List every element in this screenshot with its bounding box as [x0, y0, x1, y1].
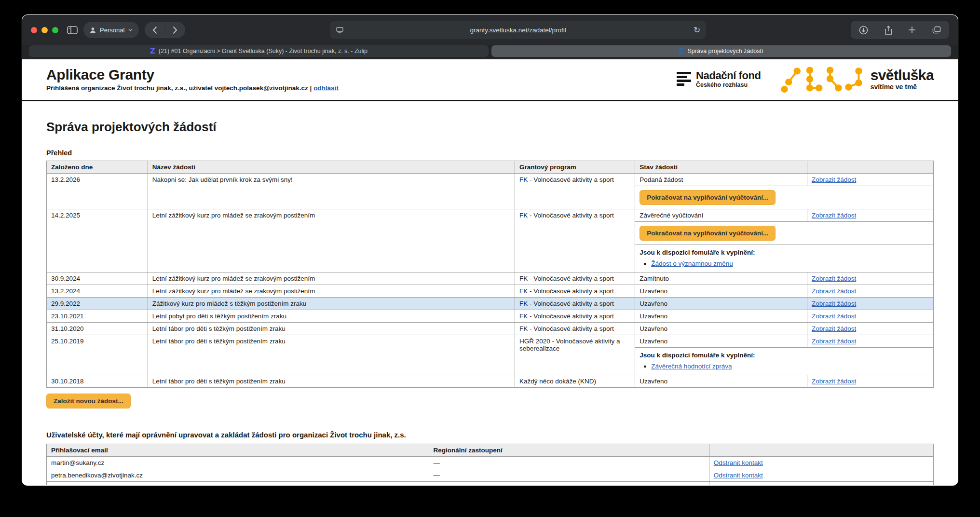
forward-button[interactable]: [173, 26, 177, 34]
request-row: 14.2.2025Letní zážitkový kurz pro mládež…: [47, 209, 934, 222]
request-forms-cell: Jsou k dispozici fomuláře k vyplnění:Žád…: [635, 245, 934, 272]
nav-buttons: [145, 22, 185, 38]
zobrazit-zadost-link[interactable]: Zobrazit žádost: [812, 275, 856, 282]
request-name-cell: Letní zážitkový kurz pro mládež se zrako…: [148, 272, 515, 285]
close-window-button[interactable]: [31, 27, 37, 33]
request-date-cell: 23.10.2021: [47, 310, 148, 323]
back-button[interactable]: [152, 26, 157, 34]
tab-label: (21) #01 Organizacni > Grant Svetluska (…: [159, 48, 368, 54]
accounts-table: Přihlašovací emailRegionální zastoupení …: [46, 444, 934, 485]
odstranit-kontakt-link[interactable]: Odstranit kontakt: [714, 472, 763, 479]
column-header: Založeno dne: [47, 161, 148, 174]
requests-table-header-row: Založeno dneNázev žádostiGrantový progra…: [47, 161, 934, 174]
account-row: petra.benedikova@zivotjinak.cz—Odstranit…: [47, 469, 934, 482]
column-header: [709, 444, 933, 457]
request-program-cell: Každý něco dokáže (KND): [515, 375, 635, 388]
continue-settlement-button[interactable]: Pokračovat na vyplňování vyúčtování...: [640, 190, 776, 205]
zobrazit-zadost-link[interactable]: Zobrazit žádost: [812, 300, 856, 307]
account-action-cell: Odstranit kontakt: [709, 457, 933, 469]
request-status-cell: Podaná žádost: [635, 174, 807, 186]
continue-settlement-button[interactable]: Pokračovat na vyplňování vyúčtování...: [640, 226, 776, 241]
request-date-cell: 13.2.2026: [47, 174, 148, 209]
svetluska-logo: světluška svítíme ve tmě: [779, 64, 934, 94]
zobrazit-zadost-link[interactable]: Zobrazit žádost: [812, 313, 856, 320]
request-row: 29.9.2022Zážitkový kurz pro mládež s těž…: [47, 298, 934, 310]
address-bar[interactable]: granty.svetluska.net/zadatel/profil ↻: [330, 21, 706, 39]
account-row: vojtech.polasek@zivotjinak.cz—: [47, 482, 934, 486]
new-tab-icon[interactable]: [908, 26, 916, 34]
request-status-cell: Uzavřeno: [635, 298, 807, 310]
request-program-cell: FK - Volnočasové aktivity a sport: [515, 298, 635, 310]
tab-overview-icon[interactable]: [932, 26, 941, 34]
request-row: 30.9.2024Letní zážitkový kurz pro mládež…: [47, 272, 934, 285]
request-action-cell: Pokračovat na vyplňování vyúčtování...: [635, 186, 934, 209]
toolbar-actions: [851, 21, 949, 39]
account-email-cell: petra.benedikova@zivotjinak.cz: [47, 469, 429, 482]
login-info: Přihlášená organizace Život trochu jinak…: [46, 84, 339, 92]
forms-available-label: Jsou k dispozici fomuláře k vyplnění:: [640, 249, 929, 256]
zobrazit-zadost-link[interactable]: Zobrazit žádost: [812, 338, 856, 345]
new-request-button[interactable]: Založit novou žádost...: [46, 394, 131, 408]
request-row: 31.10.2020Letní tábor pro děti s těžkým …: [47, 323, 934, 335]
browser-toolbar: Personal granty.svetluska.net/zadatel/pr…: [22, 15, 958, 45]
forms-list-item: Žádost o významnou změnu: [651, 260, 929, 267]
request-date-cell: 30.9.2024: [47, 272, 148, 285]
account-action-cell: Odstranit kontakt: [709, 469, 933, 482]
request-program-cell: FK - Volnočasové aktivity a sport: [515, 285, 635, 298]
zobrazit-zadost-link[interactable]: Zobrazit žádost: [812, 325, 856, 332]
traffic-lights: [31, 27, 61, 33]
odstranit-kontakt-link[interactable]: Odstranit kontakt: [714, 459, 763, 466]
request-row: 23.10.2021Letní pobyt pro děti s těžkým …: [47, 310, 934, 323]
request-action-cell: Pokračovat na vyplňování vyúčtování...: [635, 222, 934, 245]
account-email-cell: vojtech.polasek@zivotjinak.cz: [47, 482, 429, 486]
request-date-cell: 14.2.2025: [47, 209, 148, 272]
accounts-heading: Uživatelské účty, které mají oprávnění u…: [46, 431, 934, 439]
profile-switcher[interactable]: Personal: [83, 22, 139, 38]
sidebar-toggle-icon[interactable]: [67, 26, 78, 34]
request-row: 13.2.2024Letní zážitkový kurz pro mládež…: [47, 285, 934, 298]
request-forms-cell: Jsou k dispozici fomuláře k vyplnění:Záv…: [635, 348, 934, 375]
request-program-cell: FK - Volnočasové aktivity a sport: [515, 174, 635, 209]
forms-list: Žádost o významnou změnu: [651, 260, 929, 267]
request-date-cell: 31.10.2020: [47, 323, 148, 335]
request-link-cell: Zobrazit žádost: [807, 285, 933, 298]
request-link-cell: Zobrazit žádost: [807, 209, 933, 222]
request-program-cell: FK - Volnočasové aktivity a sport: [515, 310, 635, 323]
request-name-cell: Letní tábor pro děti s těžkým postižením…: [148, 335, 515, 375]
tab-sprava-zadosti[interactable]: Správa projektových žádostí: [491, 45, 951, 57]
page-title: Správa projektových žádostí: [46, 120, 934, 135]
page-format-icon[interactable]: [336, 27, 343, 33]
zobrazit-zadost-link[interactable]: Zobrazit žádost: [812, 287, 856, 295]
request-link-cell: Zobrazit žádost: [807, 272, 933, 285]
person-icon: [90, 27, 96, 33]
request-name-cell: Letní tábor pro děti s těžkým postižením…: [148, 375, 515, 388]
reload-icon[interactable]: ↻: [694, 26, 700, 34]
minimize-window-button[interactable]: [41, 27, 48, 33]
request-link-cell: Zobrazit žádost: [807, 335, 933, 348]
tab-zulip[interactable]: Z (21) #01 Organizacni > Grant Svetluska…: [29, 45, 489, 57]
svetluska-constellation-icon: [779, 64, 864, 94]
request-date-cell: 29.9.2022: [47, 298, 148, 310]
accounts-table-header-row: Přihlašovací emailRegionální zastoupení: [47, 444, 934, 457]
request-name-cell: Letní pobyt pro děti s těžkým postižením…: [148, 310, 515, 323]
requests-table: Založeno dneNázev žádostiGrantový progra…: [46, 161, 934, 388]
partner-logos: Nadační fond Českého rozhlasu: [677, 64, 934, 94]
downloads-icon[interactable]: [859, 26, 868, 35]
zobrazit-zadost-link[interactable]: Zobrazit žádost: [812, 378, 856, 385]
request-name-cell: Letní zážitkový kurz pro mládež se zrako…: [148, 285, 515, 298]
zobrazit-zadost-link[interactable]: Zobrazit žádost: [812, 176, 856, 183]
logout-link[interactable]: odhlásit: [313, 84, 339, 92]
request-date-cell: 25.10.2019: [47, 335, 148, 375]
form-link[interactable]: Žádost o významnou změnu: [651, 260, 733, 267]
request-link-cell: Zobrazit žádost: [807, 310, 933, 323]
account-region-cell: —: [429, 457, 709, 469]
request-link-cell: Zobrazit žádost: [807, 375, 933, 388]
share-icon[interactable]: [885, 26, 892, 35]
zobrazit-zadost-link[interactable]: Zobrazit žádost: [812, 212, 856, 219]
column-header: [807, 161, 933, 174]
form-link[interactable]: Závěrečná hodnotící zpráva: [651, 363, 732, 370]
profile-label: Personal: [100, 27, 124, 34]
request-status-cell: Závěrečné vyúčtování: [635, 209, 807, 222]
request-status-cell: Zamítnuto: [635, 272, 807, 285]
zoom-window-button[interactable]: [52, 27, 58, 33]
